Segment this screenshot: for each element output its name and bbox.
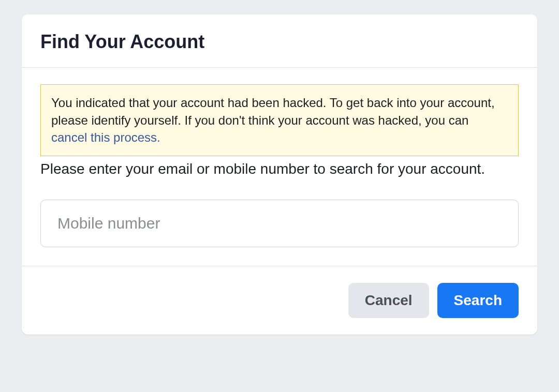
- cancel-button[interactable]: Cancel: [348, 283, 429, 318]
- card-header: Find Your Account: [22, 14, 537, 68]
- card-footer: Cancel Search: [22, 266, 537, 335]
- page-title: Find Your Account: [40, 31, 519, 53]
- find-account-card: Find Your Account You indicated that you…: [22, 14, 537, 335]
- mobile-number-input[interactable]: [40, 200, 519, 247]
- hacked-account-alert: You indicated that your account had been…: [40, 84, 519, 156]
- alert-message: You indicated that your account had been…: [51, 94, 508, 146]
- cancel-process-link[interactable]: cancel this process.: [51, 130, 160, 144]
- instruction-text: Please enter your email or mobile number…: [40, 159, 519, 179]
- card-body: You indicated that your account had been…: [22, 68, 537, 266]
- alert-message-text: You indicated that your account had been…: [51, 96, 495, 127]
- search-button[interactable]: Search: [437, 283, 519, 318]
